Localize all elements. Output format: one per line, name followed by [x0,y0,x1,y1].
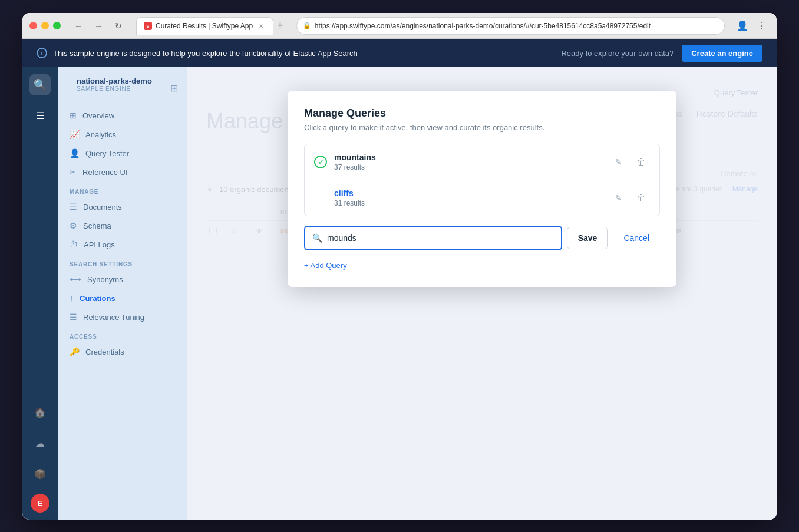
search-icon: 🔍 [312,233,322,243]
banner-info-icon: i [37,48,47,58]
close-traffic-light[interactable] [29,22,37,29]
query-item-mountains: ✓ mountains 37 results ✎ 🗑 [305,144,659,180]
create-engine-button[interactable]: Create an engine [682,45,762,62]
browser-window: ← → ↻ S Curated Results | Swiftype App ✕… [22,13,777,520]
cancel-button[interactable]: Cancel [613,227,660,249]
main-layout: 🔍 ☰ 🏠 ☁ 📦 E national-parks-demo SAMPLE E… [22,67,777,520]
nav-sidebar: national-parks-demo SAMPLE ENGINE ⊞ ⊞ Ov… [58,67,187,520]
address-bar[interactable]: 🔒 https://app.swiftype.com/as/engines/na… [296,17,725,35]
engine-name-block: national-parks-demo SAMPLE ENGINE [67,77,161,99]
sidebar-icon-menu[interactable]: ☰ [29,105,51,126]
query-tester-icon: 👤 [70,148,80,158]
sidebar-icon-cloud[interactable]: ☁ [29,432,51,454]
manage-section-label: MANAGE [58,181,187,197]
nav-label-overview: Overview [82,111,114,120]
minimize-traffic-light[interactable] [41,22,49,29]
search-row: 🔍 Save Cancel [304,223,660,260]
profile-button[interactable]: 👤 [734,18,751,34]
api-logs-icon: ⏱ [70,240,78,249]
new-tab-button[interactable]: + [273,19,287,32]
back-button[interactable]: ← [70,18,87,34]
nav-label-query-tester: Query Tester [85,149,129,158]
nav-item-credentials[interactable]: 🔑 Credentials [58,342,187,361]
reference-ui-icon: ✂ [70,167,77,177]
add-query-link[interactable]: + Add Query [304,261,347,270]
nav-label-credentials: Credentials [85,348,124,356]
query-name-cliffs[interactable]: cliffs [334,189,610,198]
grid-icon[interactable]: ⊞ [170,82,178,94]
engine-header: national-parks-demo SAMPLE ENGINE ⊞ [58,77,187,106]
nav-label-api-logs: API Logs [84,240,115,249]
nav-label-schema: Schema [83,222,111,230]
nav-item-query-tester[interactable]: 👤 Query Tester [58,144,187,163]
query-actions-mountains: ✎ 🗑 [610,153,650,171]
analytics-icon: 📈 [70,130,80,139]
query-name-mountains: mountains [334,153,610,162]
lock-icon: 🔒 [303,22,311,29]
nav-item-reference-ui[interactable]: ✂ Reference UI [58,163,187,181]
sidebar-icon-box[interactable]: 📦 [29,463,51,484]
active-tab[interactable]: S Curated Results | Swiftype App ✕ [136,17,273,35]
delete-query-mountains-button[interactable]: 🗑 [632,153,650,171]
edit-query-mountains-button[interactable]: ✎ [610,153,628,171]
traffic-lights [29,22,61,29]
main-content: Query Tester Manage Curation Manage Quer… [187,67,777,520]
tab-bar: S Curated Results | Swiftype App ✕ + [136,16,287,35]
tab-close-button[interactable]: ✕ [256,21,266,31]
nav-item-documents[interactable]: ☰ Documents [58,197,187,216]
maximize-traffic-light[interactable] [53,22,61,29]
modal-overlay: Manage Queries Click a query to make it … [187,67,777,520]
nav-item-synonyms[interactable]: ⟷ Synonyms [58,270,187,289]
browser-actions: 👤 ⋮ [734,18,770,34]
manage-queries-modal: Manage Queries Click a query to make it … [288,91,676,287]
engine-subtitle: SAMPLE ENGINE [77,85,152,92]
delete-query-cliffs-button[interactable]: 🗑 [632,189,650,207]
app-logo[interactable]: 🔍 [29,74,51,95]
modal-subtitle: Click a query to make it active, then vi… [304,123,660,132]
browser-titlebar: ← → ↻ S Curated Results | Swiftype App ✕… [22,13,777,39]
announcement-banner: i This sample engine is designed to help… [22,39,777,67]
search-settings-section-label: SEARCH SETTINGS [58,254,187,270]
schema-icon: ⚙ [70,221,77,230]
query-search-input[interactable] [327,233,554,243]
nav-label-documents: Documents [83,203,122,212]
more-options-button[interactable]: ⋮ [753,18,770,34]
browser-nav: ← → ↻ [70,18,127,34]
query-results-mountains: 37 results [334,163,610,171]
access-section-label: ACCESS [58,326,187,342]
save-button[interactable]: Save [567,227,609,249]
nav-item-schema[interactable]: ⚙ Schema [58,216,187,235]
user-avatar[interactable]: E [31,494,49,513]
search-input-wrapper: 🔍 [304,226,562,250]
forward-button[interactable]: → [90,18,107,34]
query-info-cliffs: cliffs 31 results [334,189,610,207]
tab-favicon: S [144,22,152,30]
query-active-indicator: ✓ [314,156,327,168]
curations-icon: ↑ [70,293,74,303]
nav-label-reference-ui: Reference UI [82,168,128,177]
nav-item-overview[interactable]: ⊞ Overview [58,106,187,125]
edit-query-cliffs-button[interactable]: ✎ [610,189,628,207]
url-text: https://app.swiftype.com/as/engines/nati… [315,22,718,30]
credentials-icon: 🔑 [70,347,80,356]
banner-right: Ready to explore your own data? Create a… [561,45,762,62]
sidebar-icon-home[interactable]: 🏠 [29,402,51,423]
check-icon: ✓ [318,158,323,166]
nav-item-api-logs[interactable]: ⏱ API Logs [58,235,187,254]
query-actions-cliffs: ✎ 🗑 [610,189,650,207]
overview-icon: ⊞ [70,111,77,120]
nav-label-curations: Curations [80,294,115,303]
reload-button[interactable]: ↻ [110,18,127,34]
nav-item-relevance-tuning[interactable]: ☰ Relevance Tuning [58,308,187,326]
nav-label-synonyms: Synonyms [87,275,123,284]
nav-item-analytics[interactable]: 📈 Analytics [58,125,187,144]
nav-label-relevance-tuning: Relevance Tuning [83,313,144,322]
query-results-cliffs: 31 results [334,199,610,207]
nav-item-curations[interactable]: ↑ Curations [58,289,187,308]
synonyms-icon: ⟷ [70,275,81,284]
tab-title: Curated Results | Swiftype App [156,22,253,30]
banner-cta-text: Ready to explore your own data? [561,49,673,58]
app-content: i This sample engine is designed to help… [22,39,777,520]
nav-label-analytics: Analytics [85,130,116,139]
banner-left: i This sample engine is designed to help… [37,48,358,58]
